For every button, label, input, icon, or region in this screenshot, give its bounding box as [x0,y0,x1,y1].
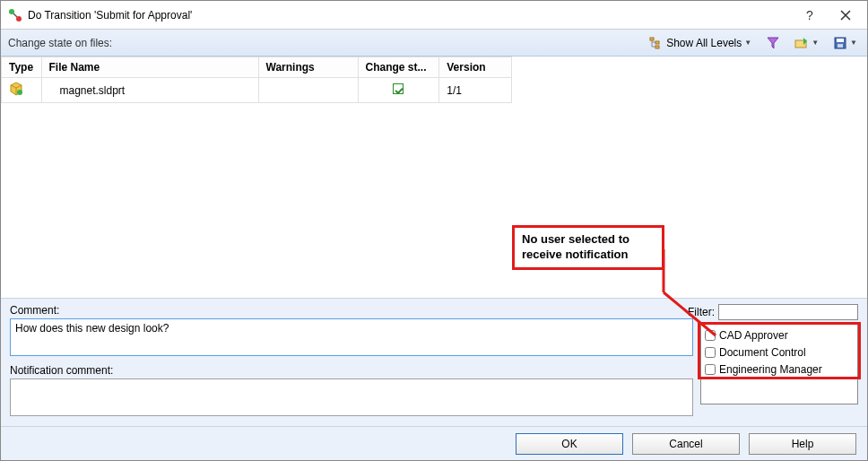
titlebar: Do Transition 'Submit for Approval' ? [1,1,867,30]
col-header-change-state[interactable]: Change st... [358,57,439,78]
filter-input[interactable] [718,304,858,320]
svg-point-9 [17,90,22,95]
col-header-warnings[interactable]: Warnings [258,57,358,78]
recipient-row[interactable]: Engineering Manager [705,361,854,378]
tree-icon [649,36,664,50]
save-tool[interactable]: ▼ [830,34,860,52]
notification-input[interactable] [10,378,693,416]
svg-rect-4 [655,46,659,48]
filter-tool[interactable] [763,34,783,52]
open-tool[interactable]: ▼ [792,34,821,52]
col-header-type[interactable]: Type [2,57,42,78]
filter-label: Filter: [688,306,715,318]
window-title: Do Transition 'Submit for Approval' [28,9,792,22]
show-all-levels-label: Show All Levels [666,37,742,49]
cell-type [2,78,42,103]
svg-rect-2 [650,38,654,40]
cell-warnings [258,78,358,103]
comment-input[interactable] [10,318,693,356]
svg-rect-7 [837,39,844,42]
transition-icon [8,8,22,22]
table-row[interactable]: magnet.sldprt 1/1 [2,78,512,103]
show-all-levels-dropdown[interactable]: Show All Levels ▼ [647,34,754,52]
ok-button[interactable]: OK [516,433,623,455]
help-button-bottom[interactable]: Help [749,433,856,455]
col-header-version[interactable]: Version [439,57,512,78]
bottom-panel: Comment: Notification comment: Filter: C… [1,298,867,426]
recipient-checkbox[interactable] [705,364,716,375]
recipients-list: CAD Approver Document Control Engineerin… [700,324,858,404]
dialog-window: Do Transition 'Submit for Approval' ? Ch… [0,0,868,461]
chevron-down-icon: ▼ [850,39,857,47]
filter-wrap: Filter: [688,304,858,320]
recipient-label: Engineering Manager [719,363,822,376]
spacer [1,103,867,298]
file-table-area: Type File Name Warnings Change st... Ver… [1,57,867,103]
recipient-checkbox[interactable] [705,330,716,341]
filename-text: magnet.sldprt [60,84,126,97]
folder-arrow-icon [794,36,809,50]
button-row: OK Cancel Help [1,426,867,460]
col-header-filename[interactable]: File Name [41,57,258,78]
toolbar: Change state on files: Show All Levels ▼ [1,30,867,57]
chevron-down-icon: ▼ [812,39,819,47]
file-table: Type File Name Warnings Change st... Ver… [1,57,512,103]
cell-version: 1/1 [439,78,512,103]
save-icon [833,36,847,50]
help-button[interactable]: ? [792,3,828,28]
close-button[interactable] [828,3,864,28]
recipient-row[interactable]: CAD Approver [705,326,854,344]
cell-change-state[interactable] [358,78,439,103]
recipient-checkbox[interactable] [705,347,716,358]
change-state-checkbox[interactable] [393,83,404,94]
funnel-icon [766,36,780,50]
recipient-row[interactable]: Document Control [705,344,854,361]
annotation-callout: No user selected to receive notification [512,225,664,270]
recipient-label: Document Control [719,346,806,359]
svg-rect-8 [838,44,843,48]
cancel-button[interactable]: Cancel [632,433,740,455]
chevron-down-icon: ▼ [744,39,751,47]
recipient-label: CAD Approver [719,329,788,342]
svg-rect-3 [655,41,659,44]
toolbar-label: Change state on files: [8,37,647,49]
table-header-row: Type File Name Warnings Change st... Ver… [2,57,512,78]
part-icon [9,82,23,96]
cell-filename: magnet.sldprt [41,78,258,103]
